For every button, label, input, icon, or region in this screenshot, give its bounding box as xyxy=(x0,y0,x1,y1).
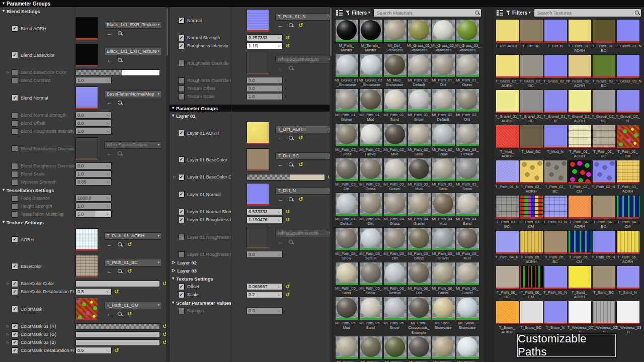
material-tile-mi-path-04-snow[interactable]: MI_Path_04_ Snow xyxy=(335,227,358,261)
checkbox-roughness-override[interactable] xyxy=(178,60,185,66)
material-tile-mi-path-04-gravel[interactable]: MI_Path_04_ Gravel xyxy=(407,192,431,226)
texture-tile-t-path-04-n[interactable]: T_Path_04_N xyxy=(495,230,519,264)
texture-thumbnail[interactable] xyxy=(247,52,269,74)
texture-tile-t-grass-02-bc[interactable]: T_Grass_02_ BC xyxy=(519,54,543,88)
reset-icon[interactable]: ↺ xyxy=(298,197,303,202)
value-layer-01-roughness-override-inten[interactable]: 0.0↔ xyxy=(247,251,283,258)
checkbox-layer-01-roughness-override-inten[interactable] xyxy=(178,251,185,258)
texture-thumbnail[interactable] xyxy=(247,148,269,171)
expander-icon[interactable]: ▷ xyxy=(7,332,12,336)
material-tile-mi-path-06-dirt[interactable]: MI_Path_06_ Dirt xyxy=(407,261,431,296)
value-texture-offset[interactable]: 0.0↔ xyxy=(247,85,283,92)
checkbox-texture-offset[interactable] xyxy=(178,85,185,92)
texture-tile-t-path-03-aorh[interactable]: T_Path_03_ AORH xyxy=(616,159,639,194)
texture-thumbnail[interactable] xyxy=(75,44,98,66)
texture-tile-t-grass-02-n[interactable]: T_Grass_02_N xyxy=(543,54,567,88)
checkbox-scale[interactable]: ✓ xyxy=(178,292,185,298)
material-tile-mi-path-02-sand[interactable]: MI_Path_02_ Sand xyxy=(407,123,431,157)
material-tile-mi-path-01-mud[interactable]: MI_Path_01_ Mud xyxy=(359,88,382,122)
value-height-strength[interactable]: 1.0↔ xyxy=(75,203,112,210)
use-selected-icon[interactable]: ← xyxy=(107,57,112,63)
value-rotation[interactable]: 0.0↔ xyxy=(247,307,283,314)
texture-tile-t-sand-n[interactable]: T_Sand_N xyxy=(616,265,639,300)
texture-thumbnail[interactable] xyxy=(247,183,269,206)
browse-to-asset-icon[interactable] xyxy=(118,242,122,246)
value-blend-normal-strength[interactable]: 0.0↔ xyxy=(75,112,112,119)
material-tile-mi-path-04-grass[interactable]: MI_Path_04_ Grass xyxy=(383,192,407,226)
browse-to-asset-icon[interactable] xyxy=(289,197,293,201)
texture-tile-t-path-06-aorh[interactable]: T_Path_06_ AORH xyxy=(616,230,639,264)
color-bar-colormask-03-b[interactable] xyxy=(75,339,160,346)
texture-tile-t-path-04-aorh[interactable]: T_Path_04_ AORH xyxy=(568,195,591,229)
material-tile-mi-mud-showcase[interactable]: MI_Mud_ Showcase xyxy=(383,53,407,87)
texture-thumbnail[interactable] xyxy=(247,226,269,248)
material-tile-mi-path-03-default[interactable]: MI_Path_03_ Default xyxy=(455,123,479,157)
group-header-layer-01[interactable]: ▾Layer 01 xyxy=(170,112,332,120)
texture-tile-t-path-06-cm[interactable]: T_Path_06_ CM xyxy=(519,265,543,300)
texture-tile-t-mud-bc[interactable]: T_Mud_BC xyxy=(519,124,543,159)
material-tile-mi-dirt-showcase[interactable]: MI_Dirt_ Showcase xyxy=(383,19,407,53)
reset-icon[interactable]: ↺ xyxy=(298,162,303,167)
reset-icon[interactable]: ↺ xyxy=(285,209,290,215)
texture-select-normal[interactable]: T_Path_01_N▾ xyxy=(275,13,332,21)
checkbox-offset[interactable]: ✓ xyxy=(178,284,185,290)
material-tile-mi-terrain-dirt[interactable]: MI_Terrain_ Dirt xyxy=(359,335,382,362)
material-tile-mi-path-05-grass[interactable]: MI_Path_05_ Grass xyxy=(407,227,431,261)
group-header-blend-settings[interactable]: ▾Blend Settings xyxy=(0,7,169,15)
material-tile-mi-path-02-snow[interactable]: MI_Path_02_ Snow xyxy=(431,123,455,157)
texture-select-roughness-override[interactable]: WhiteSquareTexture▾ xyxy=(275,56,332,63)
left-panel-scrollbar[interactable] xyxy=(166,7,169,362)
checkbox-layer-01-basecolor[interactable]: ✓ xyxy=(178,156,185,163)
checkbox-basecolor-color[interactable]: ✓ xyxy=(12,281,18,287)
texture-select-blend-basecolor[interactable]: Black_1x1_EXR_Texture▾ xyxy=(104,48,162,55)
value-wetness-strength[interactable]: 0.85↔ xyxy=(75,178,112,186)
texture-tile-t-grass-03-n[interactable]: T_Grass_03_N xyxy=(616,54,639,88)
reset-icon[interactable]: ↺ xyxy=(285,43,290,49)
reset-icon[interactable]: ↺ xyxy=(285,284,290,290)
checkbox-blend-offset[interactable] xyxy=(12,120,18,127)
group-header-texture-settings[interactable]: ▾Texture Settings xyxy=(0,218,169,226)
browse-to-asset-icon[interactable] xyxy=(118,269,122,273)
checkbox-wetness-strength[interactable] xyxy=(12,179,18,186)
checkbox-blend-normal-strength[interactable] xyxy=(12,112,18,119)
scrollbar-thumb[interactable] xyxy=(330,8,332,56)
group-header-tessellation-settings[interactable]: ▾Tessellation Settings xyxy=(0,186,169,194)
checkbox-blend-roughness-override-intensi[interactable] xyxy=(12,163,18,169)
material-tile-mi-path-02-dirt[interactable]: MI_Path_02_ Dirt xyxy=(455,88,479,122)
use-selected-icon[interactable]: ← xyxy=(107,100,112,106)
group-header-layer-03[interactable]: ▷Layer 03 xyxy=(170,266,332,275)
texture-select-blend-aorh[interactable]: Black_1x1_EXR_Texture▾ xyxy=(104,21,162,29)
material-tile-mi-grass-02-showcase[interactable]: MI_Grass_02_ Showcase xyxy=(431,19,455,53)
expander-icon[interactable]: ▷ xyxy=(173,175,178,179)
material-tile-mi-path-03-grass[interactable]: MI_Path_03_ Grass xyxy=(359,157,382,192)
material-tile-mi-path-01-dirt[interactable]: MI_Path_01_ Dirt xyxy=(431,53,455,87)
use-selected-icon[interactable]: ← xyxy=(278,65,283,71)
checkbox-colormask[interactable]: ✓ xyxy=(12,306,18,312)
use-selected-icon[interactable]: ← xyxy=(107,268,112,274)
view-options-icon[interactable] xyxy=(336,10,343,16)
material-tile-m-terrain-master[interactable]: M_Terrain_ Master xyxy=(359,19,382,53)
material-tile-mi-path-06-sand[interactable]: MI_Path_06_ Sand xyxy=(359,296,382,335)
material-tile-mi-path-03-gravel[interactable]: MI_Path_03_ Gravel xyxy=(383,157,407,192)
texture-tile-t-path-04-bc[interactable]: T_Path_04_ BC xyxy=(592,195,615,229)
group-header-parameter-groups[interactable]: ▾Parameter Groups xyxy=(170,105,332,112)
value-colormask-desaturation-fraction[interactable]: 0.5↔ xyxy=(75,347,112,354)
texture-select-layer-01-aorh[interactable]: T_Dirt_AORH▾ xyxy=(275,126,332,133)
checkbox-texture-scale[interactable] xyxy=(178,94,185,100)
material-tile-mi-sand-showcase[interactable]: MI_Sand_ Showcase xyxy=(431,296,455,335)
texture-tile-t-gravel-01-aorh[interactable]: T_Gravel_01_ AORH xyxy=(495,89,519,124)
texture-tile-t-path-03-cm[interactable]: T_Path_03_ CM xyxy=(519,195,543,229)
texture-tile-t-gravel-01-bc[interactable]: T_Gravel_01_ BC xyxy=(519,89,543,124)
texture-tile-t-path-02-aorh[interactable]: T_Path_02_ AORH xyxy=(519,159,543,194)
checkbox-fade-distance[interactable] xyxy=(12,195,18,202)
textures-filters-button[interactable]: Filters ▾ xyxy=(506,10,531,16)
material-tile-mi-path-02-mud[interactable]: MI_Path_02_ Mud xyxy=(383,123,407,157)
material-tile-mi-gravel-02-showcase[interactable]: MI_Gravel_02 _Showcase xyxy=(359,53,382,87)
material-tile-mi-path-03-sand[interactable]: MI_Path_03_ Sand xyxy=(431,157,455,192)
checkbox-colormask-01-r[interactable]: ✓ xyxy=(12,323,18,330)
material-tile-mi-terrain-default[interactable]: MI_Terrain_ Default xyxy=(335,335,358,362)
material-tile-mi-path-01-sand[interactable]: MI_Path_01_ Sand xyxy=(383,88,407,122)
texture-tile-t-path-03-n[interactable]: T_Path_03_N xyxy=(543,195,567,229)
texture-tile-t-gravel-02-aorh[interactable]: T_Gravel_02_ AORH xyxy=(568,89,591,124)
texture-thumbnail[interactable] xyxy=(247,122,269,144)
